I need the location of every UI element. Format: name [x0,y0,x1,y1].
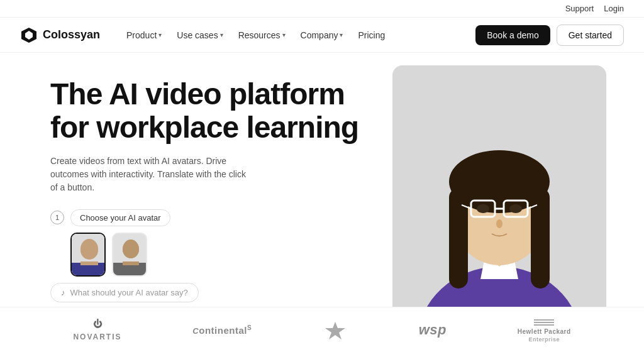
hero-title: The AI video platform for workplace lear… [50,78,377,145]
chevron-down-icon: ▾ [220,31,223,38]
step-1-row: 1 Choose your AI avatar [50,209,199,226]
avatar-row [50,233,199,277]
svg-marker-29 [325,322,345,339]
logo-text: Colossyan [43,28,100,41]
choose-avatar-button[interactable]: Choose your AI avatar [70,209,170,226]
svg-rect-11 [123,261,139,265]
nav-product[interactable]: Product ▾ [120,26,168,44]
nav-resources[interactable]: Resources ▾ [232,26,292,44]
login-link[interactable]: Login [604,4,624,13]
svg-point-26 [477,204,489,213]
svg-point-4 [80,241,98,260]
hewlett-packard-logo: Hewlett Packard Enterprise [518,317,571,343]
svg-rect-30 [534,319,554,321]
logo-icon [20,26,38,44]
ai-avatar-illustration [392,65,606,317]
svg-point-9 [123,241,139,258]
avatar-say-input[interactable]: ♪ What should your AI avatar say? [50,283,199,302]
nav-actions: Book a demo Get started [475,25,624,46]
microphone-icon: ♪ [61,288,65,297]
nav-use-cases[interactable]: Use cases ▾ [170,26,229,44]
svg-rect-19 [449,188,468,289]
logo[interactable]: Colossyan [20,26,100,44]
avatar-2[interactable] [112,233,147,277]
step-1-number: 1 [50,211,64,224]
demo-widget: 1 Choose your AI avatar [50,209,199,302]
book-demo-button[interactable]: Book a demo [475,25,550,45]
chevron-down-icon: ▾ [282,31,286,38]
svg-point-28 [496,219,502,228]
nav-company[interactable]: Company ▾ [294,26,350,44]
continental-logo: ContinentalS [192,324,252,336]
svg-rect-32 [534,324,554,326]
novartis-icon: ⏻ [93,319,103,329]
svg-rect-6 [80,261,98,265]
avatar-1[interactable] [70,233,106,277]
wsp-logo: wsp [419,322,447,338]
utility-bar: Support Login [0,0,644,18]
hp-icon [534,317,554,327]
hero-subtitle: Create videos from text with AI avatars.… [50,155,252,194]
chevron-down-icon: ▾ [340,31,343,38]
svg-rect-31 [534,322,554,323]
paramount-logo [323,321,348,339]
paramount-icon [323,321,348,339]
nav-links: Product ▾ Use cases ▾ Resources ▾ Compan… [120,26,475,44]
navbar: Colossyan Product ▾ Use cases ▾ Resource… [0,18,644,53]
nav-pricing[interactable]: Pricing [352,26,391,44]
support-link[interactable]: Support [565,4,594,13]
chevron-down-icon: ▾ [158,31,162,38]
hero-avatar-image [392,65,606,317]
logos-bar: ⏻ NOVARTIS ContinentalS wsp Hewlett Pack… [0,307,644,352]
get-started-button[interactable]: Get started [557,25,624,46]
svg-point-27 [509,204,522,213]
svg-rect-20 [531,188,550,289]
novartis-logo: ⏻ NOVARTIS [73,319,121,341]
